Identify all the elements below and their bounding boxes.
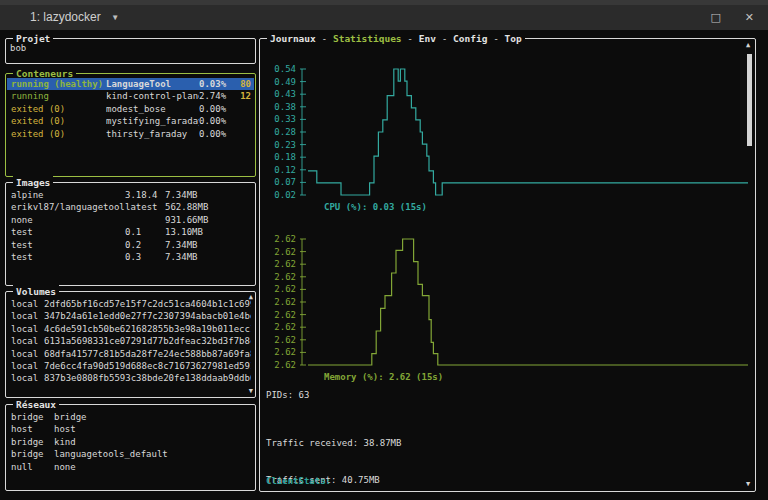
image-size: 562.88MB bbox=[165, 201, 251, 213]
title-dropdown-icon[interactable]: ▼ bbox=[113, 13, 118, 22]
tab-statistiques[interactable]: Statistiques bbox=[333, 33, 402, 44]
maximize-button[interactable]: □ bbox=[710, 11, 720, 24]
container-row[interactable]: runningkind-control-plane2.74%12 bbox=[7, 90, 254, 102]
tab-env[interactable]: Env bbox=[419, 33, 436, 44]
volume-driver: local bbox=[11, 348, 44, 360]
images-panel[interactable]: Images alpine3.18.47.34MBerikvl87/langua… bbox=[5, 182, 256, 286]
network-driver: null bbox=[11, 461, 54, 473]
container-name: thirsty_faraday bbox=[106, 128, 199, 140]
networks-list: bridgebridgehosthostbridgekindbridgelang… bbox=[7, 411, 254, 488]
container-name: mystifying_faraday bbox=[106, 115, 199, 127]
container-extra bbox=[235, 115, 251, 127]
network-row[interactable]: nullnone bbox=[7, 461, 254, 473]
y-tick-label: 2.62 bbox=[274, 283, 296, 295]
volume-row[interactable]: local6131a5698331ce07291d77b2dfeac32bd3f… bbox=[7, 335, 254, 347]
project-name[interactable]: bob bbox=[10, 43, 26, 53]
volume-driver: local bbox=[11, 310, 44, 322]
tab-config[interactable]: Config bbox=[453, 33, 487, 44]
chart-axis bbox=[300, 69, 306, 195]
stats-panel[interactable]: Journaux - Statistiques - Env - Config -… bbox=[259, 38, 756, 492]
y-tick-label: 2.62 bbox=[274, 359, 296, 371]
project-panel[interactable]: Projet bob bbox=[5, 38, 256, 64]
chart-line bbox=[308, 69, 748, 195]
network-name: host bbox=[54, 423, 251, 435]
network-row[interactable]: hosthost bbox=[7, 423, 254, 435]
tab-separator: - bbox=[402, 33, 419, 44]
volume-row[interactable]: local4c6de591cb50be621682855b3e98a19b011… bbox=[7, 323, 254, 335]
window-titlebar[interactable]: 1: lazydocker ▼ □ ✕ bbox=[0, 0, 768, 30]
scrollbar-thumb[interactable] bbox=[747, 54, 752, 146]
y-tick-label: 0.28 bbox=[274, 126, 296, 138]
scroll-down-icon[interactable]: ▼ bbox=[746, 481, 750, 488]
y-tick-label: 2.62 bbox=[274, 309, 296, 321]
scroll-up-icon[interactable]: ▲ bbox=[249, 294, 253, 301]
image-row[interactable]: alpine3.18.47.34MB bbox=[7, 189, 254, 201]
container-status: exited (0) bbox=[11, 115, 106, 127]
image-row[interactable]: erikvl87/languagetoollatest562.88MB bbox=[7, 201, 254, 213]
tab-separator: - bbox=[436, 33, 453, 44]
volume-row[interactable]: local7de6cc4fa90d519d688ec8c71673627981e… bbox=[7, 360, 254, 372]
container-extra: 12 bbox=[235, 90, 251, 102]
container-cpu: 0.00% bbox=[199, 115, 235, 127]
network-row[interactable]: bridgelanguagetools_default bbox=[7, 448, 254, 460]
image-name: test bbox=[11, 251, 125, 263]
volume-row[interactable]: local837b3e0808fb5593c38bde20fe138ddaab9… bbox=[7, 372, 254, 384]
container-row[interactable]: exited (0)mystifying_faraday0.00% bbox=[7, 115, 254, 127]
container-cpu: 0.00% bbox=[199, 103, 235, 115]
volume-row[interactable]: local2dfd65bf16cd57e15f7c2dc51ca4604b1c1… bbox=[7, 298, 254, 310]
cpu-chart-y-ticks: 0.540.490.430.380.330.280.230.180.120.07… bbox=[264, 63, 296, 201]
y-tick-label: 0.23 bbox=[274, 139, 296, 151]
volumes-list: local2dfd65bf16cd57e15f7c2dc51ca4604b1c1… bbox=[7, 298, 254, 395]
image-row[interactable]: test0.27.34MB bbox=[7, 239, 254, 251]
volumes-panel-title: Volumes bbox=[13, 285, 59, 298]
volume-driver: local bbox=[11, 298, 44, 310]
network-driver: bridge bbox=[11, 448, 54, 460]
container-row[interactable]: exited (0)modest_bose0.00% bbox=[7, 103, 254, 115]
scroll-down-icon[interactable]: ▼ bbox=[249, 388, 253, 395]
container-status: running (healthy) bbox=[11, 78, 106, 90]
image-tag: 0.3 bbox=[125, 251, 165, 263]
stats-tabs: Journaux - Statistiques - Env - Config -… bbox=[267, 32, 525, 45]
volume-name: 837b3e0808fb5593c38bde20fe138ddaab9ddb6 bbox=[44, 372, 251, 384]
stats-scrollbar[interactable]: ▲ ▼ bbox=[745, 42, 754, 488]
volume-name: 6131a5698331ce07291d77b2dfeac32bd3f7b8c bbox=[44, 335, 251, 347]
images-panel-title: Images bbox=[13, 176, 53, 189]
volumes-panel[interactable]: Volumes local2dfd65bf16cd57e15f7c2dc51ca… bbox=[5, 291, 256, 398]
image-size: 7.34MB bbox=[165, 189, 251, 201]
y-tick-label: 0.18 bbox=[274, 151, 296, 163]
container-row[interactable]: running (healthy)LanguageTool0.03%80 bbox=[7, 78, 254, 90]
containers-list: running (healthy)LanguageTool0.03%80runn… bbox=[7, 78, 254, 174]
y-tick-label: 0.33 bbox=[274, 113, 296, 125]
image-row[interactable]: test0.113.10MB bbox=[7, 226, 254, 238]
image-size: 931.66MB bbox=[165, 214, 251, 226]
image-name: erikvl87/languagetool bbox=[11, 201, 125, 213]
volume-driver: local bbox=[11, 335, 44, 347]
volume-row[interactable]: local347b24a61e1edd0e27f7c2307394abacb01… bbox=[7, 310, 254, 322]
image-tag: 0.2 bbox=[125, 239, 165, 251]
volume-name: 7de6cc4fa90d519d688ec8c71673627981ed591 bbox=[44, 360, 251, 372]
scroll-up-icon[interactable]: ▲ bbox=[746, 42, 750, 49]
chart-axis bbox=[300, 239, 306, 365]
networks-panel[interactable]: Réseaux bridgebridgehosthostbridgekindbr… bbox=[5, 404, 256, 491]
image-row[interactable]: none931.66MB bbox=[7, 214, 254, 226]
container-status: running bbox=[11, 90, 106, 102]
container-extra bbox=[235, 128, 251, 140]
tab-journaux[interactable]: Journaux bbox=[270, 33, 316, 44]
y-tick-label: 0.12 bbox=[274, 164, 296, 176]
image-name: test bbox=[11, 239, 125, 251]
container-name: LanguageTool bbox=[106, 78, 199, 90]
network-row[interactable]: bridgekind bbox=[7, 436, 254, 448]
network-row[interactable]: bridgebridge bbox=[7, 411, 254, 423]
tab-top[interactable]: Top bbox=[505, 33, 522, 44]
cpu-chart: 0.540.490.430.380.330.280.230.180.120.07… bbox=[264, 63, 750, 201]
close-button[interactable]: ✕ bbox=[745, 11, 754, 24]
container-row[interactable]: exited (0)thirsty_faraday0.00% bbox=[7, 128, 254, 140]
container-extra: 80 bbox=[235, 78, 251, 90]
y-tick-label: 0.49 bbox=[274, 76, 296, 88]
containers-panel[interactable]: Conteneurs running (healthy)LanguageTool… bbox=[5, 73, 256, 177]
image-row[interactable]: test0.37.34MB bbox=[7, 251, 254, 263]
volume-row[interactable]: local68dfa41577c81b5da28f7e24ec588bb87a6… bbox=[7, 348, 254, 360]
networks-panel-title: Réseaux bbox=[13, 398, 59, 411]
cpu-chart-plot bbox=[300, 63, 750, 201]
volume-name: 4c6de591cb50be621682855b3e98a19b011ecc1 bbox=[44, 323, 251, 335]
